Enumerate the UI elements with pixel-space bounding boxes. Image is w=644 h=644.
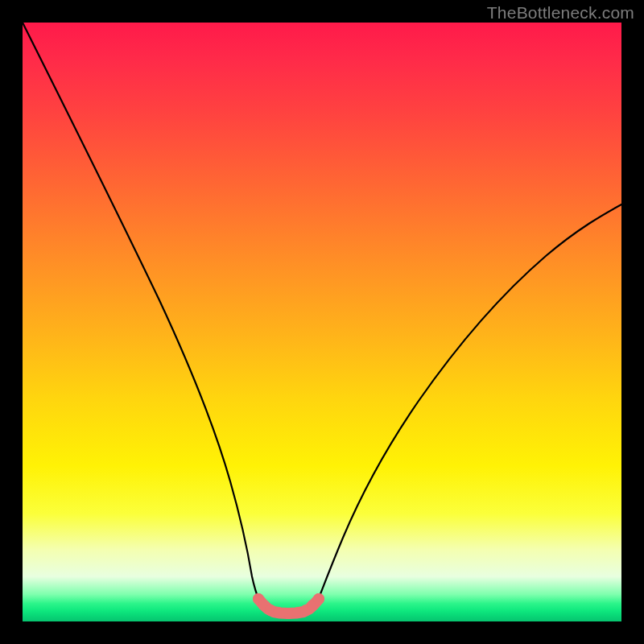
watermark-text: TheBottleneck.com [487, 3, 634, 23]
curve-left-branch [23, 23, 259, 601]
plot-area [23, 23, 621, 621]
curve-layer [23, 23, 621, 621]
svg-point-4 [283, 608, 294, 619]
curve-right-branch [318, 204, 621, 601]
dip-segment [253, 593, 324, 619]
svg-point-3 [273, 607, 284, 618]
chart-frame: TheBottleneck.com [0, 0, 644, 644]
svg-point-8 [313, 593, 324, 605]
